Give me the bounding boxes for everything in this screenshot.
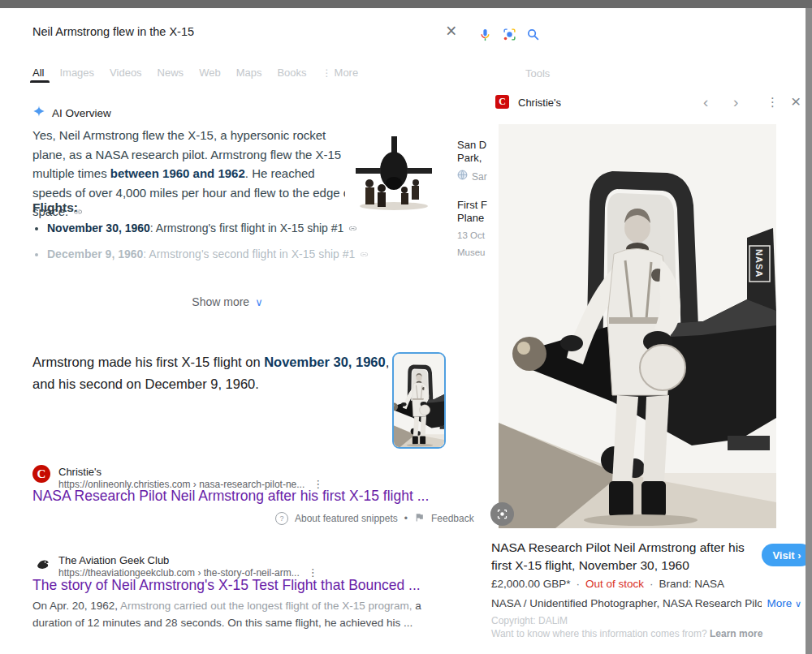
more-link[interactable]: More ∨ (767, 597, 801, 609)
brand: Brand: NASA (659, 578, 724, 590)
highlighted-term: between 1960 and 1962 (110, 166, 245, 180)
ai-citation-card[interactable]: San D Park, Sar (457, 139, 487, 183)
featured-snippet-thumbnail[interactable] (392, 352, 446, 449)
featured-snippet-text: Armstrong made his first X-15 flight on … (32, 351, 398, 394)
featured-snippet-footer: ? About featured snippets • Feedback (275, 512, 474, 525)
result-snippet: On Apr. 20, 1962, Armstrong carried out … (32, 597, 443, 631)
result-title-link[interactable]: The story of Neil Armstrong's X-15 Test … (32, 577, 421, 594)
page-scrollbar[interactable] (806, 0, 812, 654)
flight-list-item[interactable]: November 30, 1960: Armstrong's first fli… (47, 219, 369, 238)
christies-logo: C (495, 95, 509, 109)
flights-list: November 30, 1960: Armstrong's first fli… (32, 219, 369, 271)
price: £2,000.00 GBP* (491, 578, 571, 590)
chevron-down-icon: ∨ (795, 599, 801, 609)
result-site-name[interactable]: The Aviation Geek Club (58, 554, 169, 566)
tab-books[interactable]: Books (277, 67, 306, 79)
image-detail-panel: C Christie's ‹ › ⋮ × NASA Research Pilot… (487, 85, 806, 654)
chevron-down-icon: ∨ (255, 296, 263, 308)
copyright-text: Copyright: DALiM (491, 615, 568, 626)
result-type-tabs: All Images Videos News Web Maps Books ⋮ … (32, 67, 358, 79)
ai-citation-card[interactable]: First F Plane 13 Oct Museu (457, 199, 487, 259)
panel-source-name[interactable]: Christie's (518, 97, 561, 109)
next-image-icon[interactable]: › (733, 94, 738, 110)
highlighted-date: November 30, 1960 (264, 355, 386, 369)
ai-overview-thumbnail[interactable] (345, 131, 443, 213)
visit-button[interactable]: Visit › (762, 544, 812, 566)
product-photo[interactable] (499, 124, 776, 528)
ai-overview-answer: Yes, Neil Armstrong flew the X-15, a hyp… (32, 126, 357, 222)
help-icon[interactable]: ? (275, 512, 288, 525)
previous-image-icon[interactable]: ‹ (703, 94, 708, 110)
sparkle-icon (32, 105, 45, 121)
aviation-geek-club-favicon (36, 557, 50, 574)
flight-list-item[interactable]: December 9, 1960: Armstrong's second fli… (47, 245, 369, 264)
panel-price-row: £2,000.00 GBP* · Out of stock · Brand: N… (491, 578, 724, 590)
microphone-icon[interactable] (478, 26, 492, 47)
image-search-lens-button[interactable] (490, 502, 514, 526)
citation-link-icon[interactable] (360, 246, 369, 264)
tab-all[interactable]: All (32, 67, 44, 79)
google-lens-icon[interactable] (503, 28, 516, 45)
result-title-link[interactable]: NASA Research Pilot Neil Armstrong after… (32, 488, 429, 505)
panel-attribution-row: NASA / Unidentified Photographer, NASA R… (491, 597, 801, 609)
citation-link-icon[interactable] (348, 220, 357, 238)
browser-top-bar (0, 0, 812, 8)
tools-button[interactable]: Tools (525, 67, 550, 80)
tab-images[interactable]: Images (59, 67, 94, 79)
panel-close-icon[interactable]: × (791, 93, 801, 110)
search-input[interactable]: Neil Armstrong flew in the X-15 (32, 25, 194, 38)
christies-favicon: C (32, 465, 50, 483)
stock-status: Out of stock (585, 578, 644, 590)
tab-videos[interactable]: Videos (110, 67, 142, 79)
tab-maps[interactable]: Maps (236, 67, 262, 79)
info-source-text: Want to know where this information come… (491, 628, 762, 639)
about-featured-snippets-link[interactable]: About featured snippets (295, 513, 398, 524)
panel-options-icon[interactable]: ⋮ (767, 96, 779, 108)
search-icon[interactable] (526, 28, 540, 45)
tab-more[interactable]: ⋮ More (322, 67, 359, 79)
panel-item-title[interactable]: NASA Research Pilot Neil Armstrong after… (491, 539, 759, 574)
tab-news[interactable]: News (158, 67, 184, 79)
show-more-button[interactable]: Show more∨ (16, 295, 438, 308)
flights-heading: Flights: (32, 200, 78, 215)
learn-more-link[interactable]: Learn more (710, 628, 762, 639)
attribution-text: NASA / Unidentified Photographer, NASA R… (491, 597, 762, 609)
site-favicon-globe-icon (457, 170, 468, 183)
feedback-link[interactable]: Feedback (431, 513, 474, 524)
active-tab-underline (30, 80, 50, 83)
tab-web[interactable]: Web (199, 67, 221, 79)
result-site-name[interactable]: Christie's (58, 466, 102, 478)
flag-icon (414, 512, 425, 525)
ai-overview-header: AI Overview (32, 105, 111, 121)
ai-overview-label: AI Overview (52, 107, 111, 119)
google-search-page: Neil Armstrong flew in the X-15 × All Im… (0, 0, 812, 654)
clear-search-icon[interactable]: × (446, 22, 456, 41)
more-vertical-icon: ⋮ (322, 67, 332, 79)
